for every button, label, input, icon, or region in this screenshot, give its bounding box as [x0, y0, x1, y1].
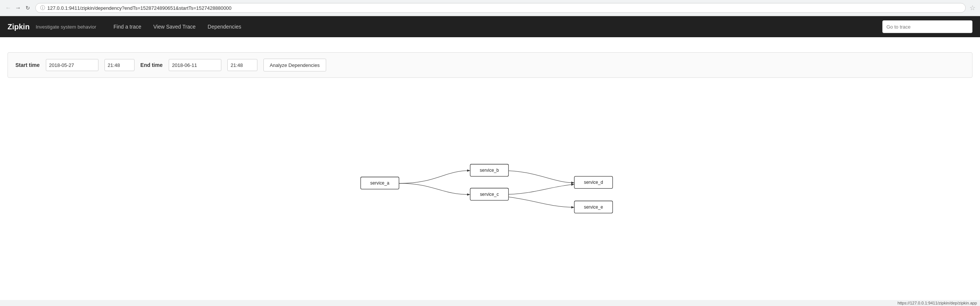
info-icon: ⓘ [40, 5, 45, 11]
node-service-a: service_a [361, 177, 399, 189]
node-service-e: service_e [574, 201, 612, 213]
navbar: Zipkin Investigate system behavior Find … [0, 16, 980, 37]
end-time-label: End time [140, 62, 163, 68]
start-date-input[interactable] [46, 59, 99, 71]
refresh-button[interactable]: ↻ [24, 4, 32, 12]
brand-name: Zipkin [8, 22, 30, 31]
node-label-service-e: service_e [584, 204, 603, 210]
forward-button[interactable]: → [14, 4, 22, 12]
dependency-graph: service_a service_b service_c service_d … [8, 89, 972, 217]
node-label-service-d: service_d [584, 180, 603, 185]
nav-find-trace[interactable]: Find a trace [107, 16, 147, 37]
edge-a-c [399, 183, 471, 195]
start-time-input[interactable] [105, 59, 135, 71]
node-label-service-c: service_c [480, 192, 499, 197]
go-to-trace-container [882, 20, 972, 33]
navbar-tagline: Investigate system behavior [36, 24, 96, 30]
nav-dependencies[interactable]: Dependencies [202, 16, 248, 37]
node-service-d: service_d [574, 176, 612, 188]
edge-a-b [399, 171, 471, 183]
edge-c-d [502, 184, 574, 194]
edge-b-d [502, 171, 574, 183]
url-text: 127.0.0.1:9411/zipkin/dependency?endTs=1… [47, 5, 231, 11]
nav-view-saved-trace[interactable]: View Saved Trace [147, 16, 202, 37]
node-label-service-a: service_a [370, 180, 389, 186]
end-date-input[interactable] [169, 59, 221, 71]
go-to-trace-input[interactable] [882, 20, 972, 33]
back-button[interactable]: ← [5, 4, 12, 12]
edge-c-e [502, 196, 574, 207]
start-time-label: Start time [15, 62, 40, 68]
node-label-service-b: service_b [480, 168, 499, 173]
main-content: Start time End time Analyze Dependencies [0, 37, 980, 225]
analyze-dependencies-button[interactable]: Analyze Dependencies [263, 59, 326, 72]
dep-graph-svg: service_a service_b service_c service_d … [8, 89, 972, 217]
address-bar[interactable]: ⓘ 127.0.0.1:9411/zipkin/dependency?endTs… [35, 3, 966, 13]
filter-bar: Start time End time Analyze Dependencies [8, 52, 972, 78]
nav-buttons: ← → ↻ [5, 4, 32, 12]
node-service-c: service_c [470, 188, 508, 200]
bookmark-button[interactable]: ☆ [969, 4, 975, 12]
browser-chrome: ← → ↻ ⓘ 127.0.0.1:9411/zipkin/dependency… [0, 0, 980, 16]
node-service-b: service_b [470, 164, 508, 176]
end-time-input[interactable] [228, 59, 258, 71]
navbar-links: Find a trace View Saved Trace Dependenci… [107, 16, 882, 37]
